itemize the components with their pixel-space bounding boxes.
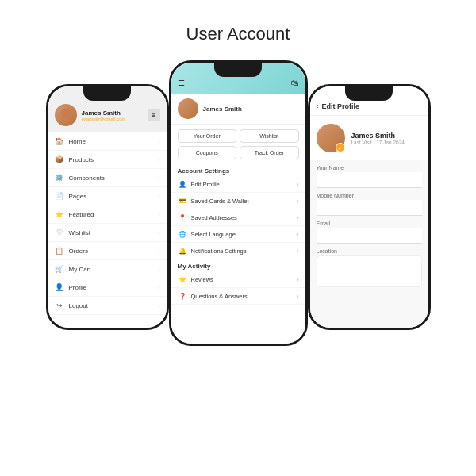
wallet-icon: 💳: [178, 196, 187, 205]
menu-label-featured: Featured: [69, 211, 154, 218]
p3-user-info: James Smith Last Visit : 17 Jan 2024: [351, 132, 405, 145]
p3-label-location: Location: [317, 248, 422, 254]
pages-icon: 📄: [55, 191, 64, 201]
edit-profile-icon: 👤: [178, 179, 187, 189]
qna-icon: ❓: [178, 291, 187, 301]
orders-icon: 📋: [55, 246, 64, 255]
phone-mid: ☰ 🛍 James Smith Your Order Wishlist Coup…: [169, 60, 308, 346]
menu-label-products: Products: [69, 156, 154, 163]
home-icon: 🏠: [55, 136, 64, 146]
p3-field-mobile: Mobile Number: [317, 193, 422, 216]
reviews-icon: ⭐: [178, 274, 187, 284]
settings-select-language[interactable]: 🌐 Select Language ›: [171, 226, 305, 243]
wishlist-icon: ♡: [55, 228, 64, 237]
phone-left-screen: James Smith example@gmail.com ≡ 🏠 Home ›…: [48, 86, 167, 328]
activity-title: My Activity: [171, 259, 305, 271]
p3-label-mobile: Mobile Number: [317, 193, 422, 198]
featured-icon: ⭐: [55, 209, 64, 219]
menu-label-wishlist: Wishlist: [69, 229, 154, 236]
track-order-button[interactable]: Track Order: [240, 146, 299, 159]
p3-field-location: Location: [317, 248, 422, 287]
p3-input-mobile[interactable]: [317, 200, 422, 216]
account-settings-title: Account Settings: [171, 164, 305, 176]
language-icon: 🌐: [178, 229, 187, 239]
p2-action-buttons: Your Order Wishlist Coupons Track Order: [171, 125, 305, 164]
cart-icon: 🛒: [55, 264, 64, 274]
p2-cart-icon[interactable]: 🛍: [291, 79, 299, 87]
p3-verified-badge: [336, 143, 345, 152]
p3-input-location[interactable]: [317, 255, 422, 287]
menu-item-components[interactable]: ⚙️ Components ›: [48, 169, 167, 187]
phone-left: James Smith example@gmail.com ≡ 🏠 Home ›…: [46, 84, 169, 330]
hamburger-icon[interactable]: ☰: [178, 79, 185, 87]
page-title: User Account: [186, 24, 290, 44]
p3-profile-header: James Smith Last Visit : 17 Jan 2024: [310, 116, 428, 160]
settings-cards-wallet[interactable]: 💳 Saved Cards & Wallet ›: [171, 193, 305, 209]
menu-item-wishlist[interactable]: ♡ Wishlist ›: [48, 224, 167, 242]
menu-label-components: Components: [69, 175, 154, 182]
p2-avatar: [178, 98, 198, 119]
p3-label-name: Your Name: [317, 165, 422, 171]
p3-input-email[interactable]: [317, 228, 422, 244]
menu-label-pages: Pages: [69, 193, 154, 200]
your-order-button[interactable]: Your Order: [178, 129, 237, 143]
p2-username: James Smith: [203, 106, 242, 113]
p3-form: Your Name Mobile Number Email Location: [310, 160, 428, 297]
phone-right-screen: ‹ Edit Profile James Smith Last Visit : …: [310, 86, 428, 328]
phone-mid-screen: ☰ 🛍 James Smith Your Order Wishlist Coup…: [171, 63, 305, 344]
p3-label-email: Email: [317, 221, 422, 226]
menu-label-orders: Orders: [69, 248, 154, 255]
p3-field-email: Email: [317, 221, 422, 244]
p3-user-name: James Smith: [351, 132, 405, 140]
settings-edit-profile[interactable]: 👤 Edit Profile ›: [171, 176, 305, 193]
p1-header-icon[interactable]: ≡: [148, 109, 160, 121]
p2-profile-row: James Smith: [171, 94, 305, 125]
menu-item-featured[interactable]: ⭐ Featured ›: [48, 205, 167, 224]
phone-right: ‹ Edit Profile James Smith Last Visit : …: [308, 84, 431, 330]
menu-label-logout: Logout: [69, 302, 154, 309]
menu-item-home[interactable]: 🏠 Home ›: [48, 132, 167, 151]
profile-icon: 👤: [55, 282, 64, 292]
notification-icon: 🔔: [178, 246, 187, 255]
p3-edit-profile-title: Edit Profile: [322, 102, 360, 110]
menu-item-orders[interactable]: 📋 Orders ›: [48, 242, 167, 260]
p3-topbar: ‹ Edit Profile: [310, 86, 428, 116]
activity-qna[interactable]: ❓ Questions & Answers ›: [171, 288, 305, 305]
p3-field-name: Your Name: [317, 165, 422, 188]
menu-item-profile[interactable]: 👤 Profile ›: [48, 278, 167, 297]
p1-menu: 🏠 Home › 📦 Products › ⚙️ Components › 📄 …: [48, 132, 167, 315]
products-icon: 📦: [55, 155, 64, 164]
menu-label-profile: Profile: [69, 284, 154, 291]
p3-input-name[interactable]: [317, 172, 422, 188]
menu-label-home: Home: [69, 138, 154, 145]
components-icon: ⚙️: [55, 173, 64, 182]
menu-item-mycart[interactable]: 🛒 My Cart ›: [48, 260, 167, 278]
phones-container: James Smith example@gmail.com ≡ 🏠 Home ›…: [0, 60, 476, 346]
p3-last-visit: Last Visit : 17 Jan 2024: [351, 140, 405, 145]
p1-user-email: example@gmail.com: [82, 117, 143, 121]
activity-reviews[interactable]: ⭐ Reviews ›: [171, 271, 305, 288]
p1-header: James Smith example@gmail.com ≡: [48, 86, 167, 132]
wishlist-button[interactable]: Wishlist: [240, 129, 299, 143]
back-button[interactable]: ‹: [317, 102, 319, 110]
menu-item-products[interactable]: 📦 Products ›: [48, 151, 167, 169]
settings-notifications[interactable]: 🔔 Notifications Settings ›: [171, 243, 305, 259]
p1-avatar: [55, 104, 77, 126]
coupons-button[interactable]: Coupons: [178, 146, 237, 159]
settings-saved-addresses[interactable]: 📍 Saved Addresses ›: [171, 209, 305, 226]
menu-item-pages[interactable]: 📄 Pages ›: [48, 187, 167, 205]
p1-user-name: James Smith: [82, 109, 143, 117]
logout-icon: ↪: [55, 301, 64, 310]
menu-label-mycart: My Cart: [69, 266, 154, 273]
p3-avatar-wrap: [317, 124, 345, 152]
p2-topbar: ☰ 🛍: [171, 63, 305, 94]
p1-user-info: James Smith example@gmail.com: [82, 109, 143, 121]
menu-item-logout[interactable]: ↪ Logout ›: [48, 297, 167, 315]
address-icon: 📍: [178, 213, 187, 222]
